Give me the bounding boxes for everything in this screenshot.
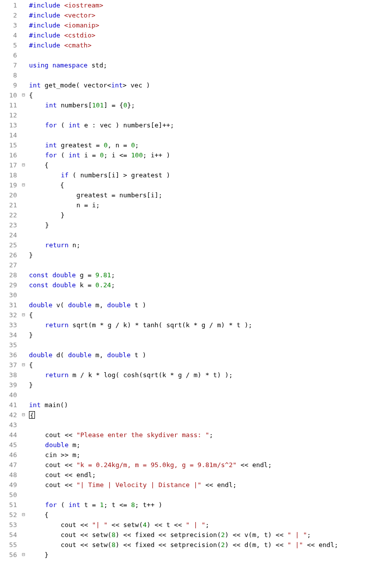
code-content[interactable]: return sqrt(m * g / k) * tanh( sqrt(k * … — [27, 321, 252, 329]
line-number: 51 — [0, 501, 20, 509]
code-line: 24 — [0, 230, 368, 240]
line-number: 54 — [0, 531, 20, 539]
code-line: 38 return m / k * log( cosh(sqrt(k * g /… — [0, 370, 368, 380]
code-content[interactable]: { — [27, 181, 64, 189]
fold-gutter[interactable]: ⊟ — [20, 410, 27, 420]
code-line: 27 — [0, 260, 368, 270]
code-content[interactable]: n = i; — [27, 201, 100, 209]
code-content[interactable]: const double k = 0.24; — [27, 281, 115, 289]
line-number: 17 — [0, 161, 20, 169]
code-content[interactable]: { — [27, 161, 48, 169]
code-content[interactable]: #include <iostream> — [27, 1, 103, 9]
code-editor[interactable]: 1#include <iostream>2#include <vector>3#… — [0, 0, 368, 560]
code-content[interactable]: const double g = 9.81; — [27, 271, 115, 279]
code-content[interactable]: #include <cmath> — [27, 41, 91, 49]
token-op — [29, 141, 45, 149]
token-type: double — [107, 351, 135, 359]
code-content[interactable]: #include <iomanip> — [27, 21, 99, 29]
fold-gutter[interactable]: ⊟ — [20, 510, 27, 520]
fold-gutter[interactable]: ⊟ — [20, 160, 27, 170]
code-content[interactable]: } — [27, 221, 49, 229]
code-content[interactable]: } — [27, 551, 48, 559]
code-content[interactable]: greatest = numbers[i]; — [27, 191, 162, 199]
token-op: greatest = numbers[i]; — [29, 191, 162, 199]
line-number: 30 — [0, 291, 20, 299]
token-pp: #include — [29, 11, 64, 19]
code-content[interactable]: { — [27, 361, 33, 369]
fold-gutter[interactable]: ⊟ — [20, 550, 27, 560]
token-id: n; — [72, 241, 80, 249]
fold-gutter[interactable]: ⊟ — [20, 90, 27, 100]
code-line: 4#include <cstdio> — [0, 30, 368, 40]
token-op: << endl; — [201, 481, 236, 489]
code-content[interactable]: #include <vector> — [27, 11, 95, 19]
code-content[interactable]: if ( numbers[i] > greatest ) — [27, 171, 170, 179]
token-op — [29, 241, 45, 249]
code-line: 50 — [0, 490, 368, 500]
code-content[interactable]: for ( int e : vec ) numbers[e]++; — [27, 121, 174, 129]
token-id: ( — [61, 151, 69, 159]
token-str: "| Time | Velocity | Distance |" — [76, 481, 201, 489]
code-content[interactable]: using namespace std; — [27, 61, 107, 69]
token-str: " | " — [186, 521, 205, 529]
code-content[interactable]: int main() — [27, 401, 68, 409]
line-number: 34 — [0, 331, 20, 339]
code-content[interactable]: cout << endl; — [27, 471, 96, 479]
code-content[interactable]: } — [27, 381, 33, 389]
code-content[interactable]: int greatest = 0, n = 0; — [27, 141, 139, 149]
fold-gutter[interactable]: ⊟ — [20, 180, 27, 190]
code-content[interactable]: for ( int t = 1; t <= 8; t++ ) — [27, 501, 162, 509]
code-content[interactable]: cin >> m; — [27, 451, 80, 459]
code-content[interactable]: cout << "| Time | Velocity | Distance |"… — [27, 481, 237, 489]
code-line: 25 return n; — [0, 240, 368, 250]
fold-gutter[interactable]: ⊟ — [20, 360, 27, 370]
code-content[interactable]: cout << setw(8) << fixed << setprecision… — [27, 531, 311, 539]
line-number: 52 — [0, 511, 20, 519]
code-content[interactable]: cout << "| " << setw(4) << t << " | "; — [27, 521, 209, 529]
code-content[interactable]: return m / k * log( cosh(sqrt(k * g / m)… — [27, 371, 233, 379]
token-pp: #include — [29, 1, 64, 9]
code-content[interactable]: return n; — [27, 241, 80, 249]
token-type: double — [52, 281, 80, 289]
token-kw: for — [45, 121, 60, 129]
code-line: 43 — [0, 420, 368, 430]
code-content[interactable]: int numbers[101] = {0}; — [27, 101, 135, 109]
line-number: 12 — [0, 111, 20, 119]
token-op: { — [29, 361, 33, 369]
code-content[interactable]: } — [27, 251, 33, 259]
code-content[interactable]: cout << "k = 0.24kg/m, m = 95.0kg, g = 9… — [27, 461, 272, 469]
token-op: } — [29, 551, 48, 559]
code-content[interactable]: double d( double m, double t ) — [27, 351, 146, 359]
code-line: 33 return sqrt(m * g / k) * tanh( sqrt(k… — [0, 320, 368, 330]
code-content[interactable]: { — [27, 311, 33, 319]
code-content[interactable]: for ( int i = 0; i <= 100; i++ ) — [27, 151, 170, 159]
line-number: 25 — [0, 241, 20, 249]
code-line: 54 cout << setw(8) << fixed << setprecis… — [0, 530, 368, 540]
code-line: 26} — [0, 250, 368, 260]
code-content[interactable]: double m; — [27, 441, 80, 449]
token-id: g = — [80, 271, 95, 279]
code-content[interactable]: double v( double m, double t ) — [27, 301, 146, 309]
token-id: main() — [44, 401, 68, 409]
line-number: 7 — [0, 61, 20, 69]
token-str: "k = 0.24kg/m, m = 95.0kg, g = 9.81m/s^2… — [76, 461, 237, 469]
code-content[interactable]: cout << "Please enter the skydiver mass:… — [27, 431, 213, 439]
line-number: 33 — [0, 321, 20, 329]
token-num: 101 — [92, 101, 103, 109]
code-content[interactable]: #include <cstdio> — [27, 31, 95, 39]
line-number: 24 — [0, 231, 20, 239]
fold-gutter[interactable]: ⊟ — [20, 310, 27, 320]
line-number: 11 — [0, 101, 20, 109]
code-content[interactable]: { — [27, 91, 33, 99]
code-content[interactable]: } — [27, 331, 33, 339]
token-pp: #include — [29, 41, 64, 49]
code-content[interactable]: { — [27, 411, 35, 419]
token-op: << endl; — [303, 541, 338, 549]
token-kw: return — [45, 321, 72, 329]
token-id: i = — [84, 151, 100, 159]
code-content[interactable]: { — [27, 511, 48, 519]
line-number: 43 — [0, 421, 20, 429]
code-content[interactable]: int get_mode( vector<int> vec ) — [27, 81, 150, 89]
code-content[interactable]: } — [27, 211, 64, 219]
code-content[interactable]: cout << setw(8) << fixed << setprecision… — [27, 541, 338, 549]
